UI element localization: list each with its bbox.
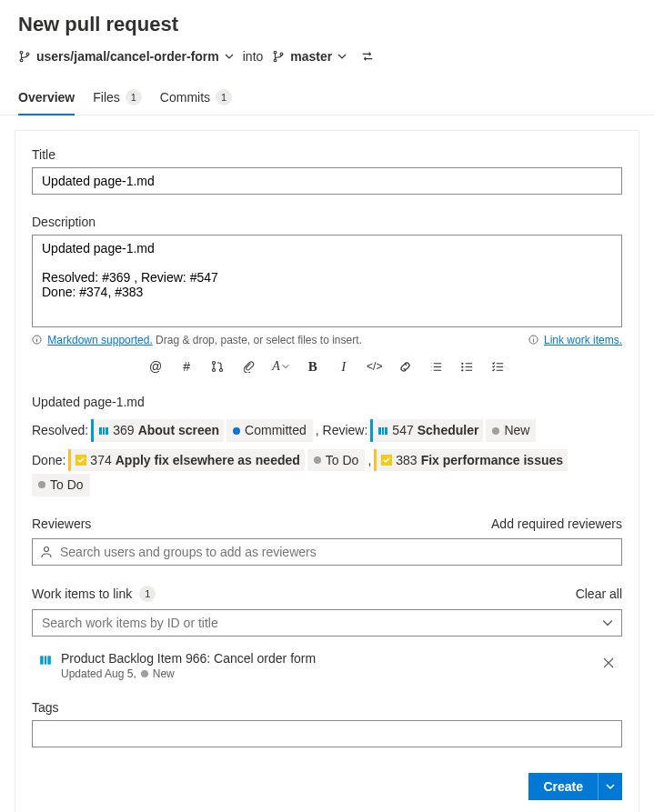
- svg-point-10: [220, 369, 223, 372]
- workitems-count-badge: 1: [139, 586, 156, 602]
- workitems-label: Work items to link: [32, 586, 132, 601]
- status-dot-icon: [314, 456, 321, 464]
- target-branch-name: master: [290, 49, 332, 64]
- backlog-item-icon: [98, 426, 109, 436]
- bullet-list-icon[interactable]: [429, 359, 444, 374]
- chevron-down-icon: [602, 617, 613, 628]
- close-icon[interactable]: [602, 657, 615, 669]
- target-branch-selector[interactable]: master: [272, 49, 347, 64]
- editor-toolbar: @ # A B I </>: [32, 356, 622, 377]
- branch-icon: [272, 50, 285, 63]
- italic-icon[interactable]: I: [337, 359, 351, 374]
- code-icon[interactable]: </>: [367, 359, 382, 374]
- hash-icon[interactable]: #: [179, 359, 194, 374]
- linked-workitem: Product Backlog Item 966: Cancel order f…: [32, 651, 622, 680]
- workitem-chip[interactable]: 547 Scheduler: [370, 419, 483, 441]
- svg-point-13: [462, 369, 463, 370]
- link-workitems-hint[interactable]: Link work items.: [528, 334, 622, 346]
- status-dot-icon: [233, 427, 240, 435]
- description-preview: Updated page-1.md Resolved: 369 About sc…: [32, 392, 622, 496]
- status-dot-icon: [492, 427, 499, 435]
- svg-point-2: [26, 53, 29, 55]
- tab-commits[interactable]: Commits 1: [160, 82, 232, 115]
- task-icon: [381, 455, 392, 466]
- link-workitems-link[interactable]: Link work items.: [544, 334, 622, 346]
- comma: ,: [367, 450, 371, 470]
- workitem-title: Apply fix elsewhere as needed: [116, 450, 300, 470]
- status-text: To Do: [50, 475, 84, 495]
- into-label: into: [243, 49, 264, 64]
- numbered-list-icon[interactable]: [460, 359, 475, 374]
- create-button[interactable]: Create: [528, 773, 598, 800]
- workitem-id: 369: [113, 420, 134, 440]
- tags-input[interactable]: [32, 720, 622, 747]
- add-required-reviewers-button[interactable]: Add required reviewers: [491, 516, 622, 531]
- svg-rect-14: [99, 427, 102, 435]
- svg-rect-24: [45, 656, 46, 664]
- swap-branches-icon[interactable]: [361, 50, 374, 63]
- reviewers-label: Reviewers: [32, 516, 91, 531]
- svg-point-0: [20, 51, 23, 54]
- workitem-title: About screen: [138, 420, 219, 440]
- commits-count-badge: 1: [216, 89, 232, 105]
- linked-workitem-status: New: [153, 667, 175, 680]
- status-text: To Do: [326, 450, 359, 470]
- workitem-chip[interactable]: 383 Fix performance issues: [374, 449, 568, 471]
- workitems-search-input[interactable]: [32, 609, 622, 637]
- markdown-supported-link[interactable]: Markdown supported.: [47, 334, 152, 346]
- link-icon[interactable]: [398, 359, 413, 374]
- mention-icon[interactable]: @: [148, 359, 163, 374]
- workitem-chip[interactable]: 369 About screen: [91, 419, 224, 441]
- branch-row: users/jamal/cancel-order-form into maste…: [18, 49, 636, 64]
- linked-workitem-title[interactable]: Product Backlog Item 966: Cancel order f…: [61, 651, 316, 666]
- form-card: Title Description Updated page-1.md Reso…: [15, 130, 639, 812]
- page-title: New pull request: [18, 13, 636, 36]
- task-icon: [75, 455, 86, 466]
- review-label: , Review:: [316, 420, 368, 440]
- svg-rect-17: [378, 427, 381, 435]
- resolved-label: Resolved:: [32, 420, 88, 440]
- clear-all-button[interactable]: Clear all: [576, 586, 622, 601]
- svg-point-11: [462, 363, 463, 364]
- attachment-icon[interactable]: [241, 359, 256, 374]
- chevron-down-icon: [337, 52, 347, 61]
- branch-icon: [18, 50, 31, 63]
- description-textarea[interactable]: Updated page-1.md Resolved: #369 , Revie…: [32, 235, 622, 327]
- backlog-item-icon: [377, 426, 388, 436]
- status-text: Committed: [245, 420, 307, 440]
- pr-icon[interactable]: [210, 359, 225, 374]
- title-input[interactable]: [32, 167, 622, 195]
- workitem-id: 547: [392, 420, 413, 440]
- markdown-hint: Markdown supported. Drag & drop, paste, …: [32, 334, 362, 346]
- source-branch-name: users/jamal/cancel-order-form: [36, 49, 219, 64]
- status-chip: To Do: [307, 449, 366, 471]
- status-chip: To Do: [32, 474, 90, 496]
- svg-rect-23: [40, 656, 44, 664]
- linked-workitem-updated: Updated Aug 5,: [61, 667, 136, 680]
- checklist-icon[interactable]: [491, 359, 506, 374]
- backlog-item-icon: [39, 654, 52, 667]
- svg-point-12: [462, 366, 463, 366]
- done-label: Done:: [32, 450, 65, 470]
- tab-overview[interactable]: Overview: [18, 82, 75, 115]
- status-dot-icon: [141, 670, 148, 677]
- svg-point-8: [213, 362, 216, 365]
- source-branch-selector[interactable]: users/jamal/cancel-order-form: [18, 49, 234, 64]
- tags-label: Tags: [32, 700, 622, 715]
- workitem-chip[interactable]: 374 Apply fix elsewhere as needed: [68, 449, 304, 471]
- tab-files[interactable]: Files 1: [93, 82, 142, 115]
- workitem-id: 374: [90, 450, 111, 470]
- bold-icon[interactable]: B: [306, 359, 320, 374]
- status-chip: Committed: [226, 419, 313, 441]
- status-text: New: [504, 420, 529, 440]
- create-dropdown-button[interactable]: [598, 773, 622, 800]
- svg-point-4: [274, 59, 277, 62]
- heading-icon[interactable]: A: [272, 359, 289, 374]
- tab-label: Overview: [18, 90, 75, 105]
- workitem-title: Scheduler: [418, 420, 479, 440]
- reviewers-search-input[interactable]: [32, 538, 622, 566]
- info-icon: [32, 335, 42, 345]
- chevron-down-icon: [606, 782, 615, 791]
- preview-heading: Updated page-1.md: [32, 392, 622, 412]
- svg-rect-16: [106, 427, 108, 435]
